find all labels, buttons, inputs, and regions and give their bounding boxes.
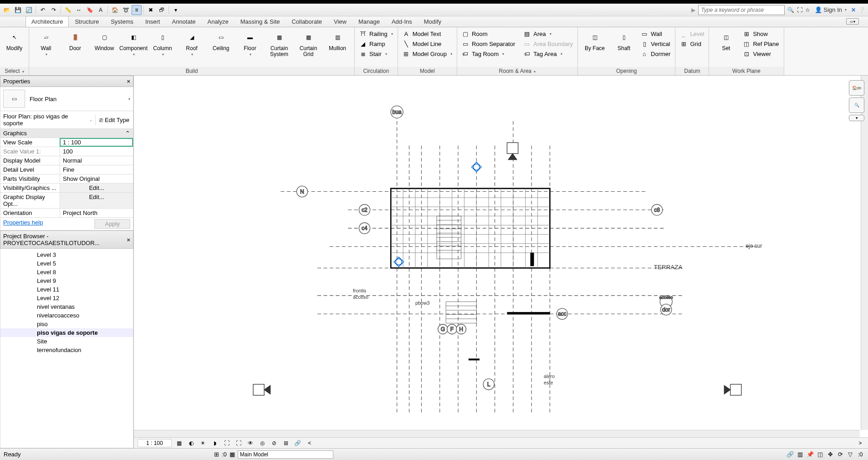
crop-visible-icon[interactable]: ⛶ xyxy=(235,440,243,447)
ceiling-button[interactable]: ▭Ceiling xyxy=(207,29,235,52)
favorite-icon[interactable]: ☆ xyxy=(805,7,810,13)
sunpath-icon[interactable]: ☀ xyxy=(199,440,207,447)
modelline-button[interactable]: ╲Model Line xyxy=(401,39,454,48)
filter-icon[interactable]: ▽ xyxy=(846,450,854,459)
modeltext-button[interactable]: AModel Text xyxy=(401,29,454,38)
type-selector[interactable]: ▭ Floor Plan▾ xyxy=(0,87,133,111)
main-model-combo[interactable] xyxy=(238,450,333,459)
browser-item[interactable]: Level 5 xyxy=(0,259,133,268)
tab-massing[interactable]: Massing & Site xyxy=(235,16,286,27)
drawing-canvas[interactable]: bua N c2 c4 c8 acc acceso dor G F H L xyxy=(134,76,868,448)
close-icon[interactable]: × xyxy=(127,236,130,243)
vertical-button[interactable]: ▯Vertical xyxy=(639,39,672,48)
text-icon[interactable]: A xyxy=(96,5,106,15)
property-value[interactable]: 1 : 100 xyxy=(60,138,133,147)
tab-annotate[interactable]: Annotate xyxy=(166,16,201,27)
sync-icon[interactable]: 🔄 xyxy=(24,5,34,15)
signin-button[interactable]: 👤 Sign In ▾ xyxy=(813,6,848,13)
edit-button[interactable]: Edit... xyxy=(60,193,133,208)
property-row[interactable]: Scale Value 1:100 xyxy=(0,147,133,156)
edit-button[interactable]: Edit... xyxy=(60,184,133,192)
tab-addins[interactable]: Add-Ins xyxy=(386,16,418,27)
property-row[interactable]: Detail LevelFine xyxy=(0,165,133,174)
tagroom-button[interactable]: 🏷Tag Room▾ xyxy=(460,49,517,58)
search-icon[interactable]: 🔍 xyxy=(787,7,794,13)
roof-button[interactable]: ◢Roof▾ xyxy=(178,29,206,57)
set-button[interactable]: ◫Set xyxy=(712,29,740,52)
graphics-group-header[interactable]: Graphics⌃ xyxy=(0,129,133,138)
nav-more-icon[interactable]: ▾ xyxy=(849,115,864,121)
door-button[interactable]: 🚪Door xyxy=(61,29,89,52)
browser-item[interactable]: terrenofundacion xyxy=(0,346,133,354)
browser-item[interactable]: nivel ventanas xyxy=(0,302,133,311)
instance-combo[interactable]: Floor Plan: piso vigas de soporte⌄ xyxy=(0,111,95,128)
dormer-button[interactable]: ⌂Dormer xyxy=(639,49,672,58)
exchange-icon[interactable]: ✕ xyxy=(851,7,856,13)
window-button[interactable]: ▢Window xyxy=(90,29,118,52)
detail-level-icon[interactable]: ▦ xyxy=(175,440,184,447)
shaft-button[interactable]: ▯Shaft xyxy=(610,29,638,52)
curtainsystem-button[interactable]: ▦Curtain System xyxy=(265,29,293,58)
worksets-icon[interactable]: ⊞ xyxy=(214,451,219,458)
view-scale[interactable]: 1 : 100 xyxy=(138,439,172,447)
help-icon[interactable]: ❔ xyxy=(858,7,865,13)
viewcube-icon[interactable]: 🏠2D xyxy=(849,80,864,96)
unhide-icon[interactable]: 👁 xyxy=(246,440,255,447)
section-icon[interactable]: ➰ xyxy=(121,5,131,15)
tagarea-button[interactable]: 🏷Tag Area▾ xyxy=(521,49,575,58)
visual-style-icon[interactable]: ◐ xyxy=(187,440,195,447)
property-row[interactable]: OrientationProject North xyxy=(0,209,133,218)
area-button[interactable]: ▧Area▾ xyxy=(521,29,575,38)
viewer-button[interactable]: ⊡Viewer xyxy=(741,49,781,58)
tab-collaborate[interactable]: Collaborate xyxy=(286,16,328,27)
redo-icon[interactable]: ↷ xyxy=(49,5,59,15)
property-value[interactable]: Normal xyxy=(60,156,133,165)
component-button[interactable]: ◧Component▾ xyxy=(119,29,148,57)
nav-wheel-icon[interactable]: 🔍 xyxy=(849,97,864,113)
save-icon[interactable]: 💾 xyxy=(13,5,23,15)
shadows-icon[interactable]: ◗ xyxy=(211,440,219,447)
browser-item[interactable]: Level 12 xyxy=(0,294,133,302)
browser-item[interactable]: nivelarcoacceso xyxy=(0,311,133,320)
stair-button[interactable]: ≣Stair▾ xyxy=(357,49,395,58)
ribbon-toggle[interactable]: ▭▾ xyxy=(846,18,859,25)
tab-insert[interactable]: Insert xyxy=(139,16,166,27)
grid-button[interactable]: ⊞Grid xyxy=(678,39,706,48)
tag-icon[interactable]: 🔖 xyxy=(85,5,95,15)
show-button[interactable]: ⊞Show xyxy=(741,29,781,38)
modelgroup-button[interactable]: ⊞Model Group▾ xyxy=(401,49,454,58)
analytical-icon[interactable]: ⊞ xyxy=(282,440,290,447)
forward-icon[interactable]: > xyxy=(856,440,864,447)
panel-roomarea-title[interactable]: Room & Area ▾ xyxy=(457,67,577,75)
close-icon[interactable]: × xyxy=(127,78,130,85)
wallopen-button[interactable]: ▭Wall xyxy=(639,29,672,38)
temp-hide-icon[interactable]: ◎ xyxy=(258,440,266,447)
select-underlay-icon[interactable]: ▥ xyxy=(796,450,804,459)
dimension-icon[interactable]: ↔ xyxy=(74,5,84,15)
undo-icon[interactable]: ↶ xyxy=(38,5,48,15)
constraints-icon[interactable]: 🔗 xyxy=(294,440,302,447)
reveal-icon[interactable]: ⊘ xyxy=(270,440,278,447)
browser-item[interactable]: Level 9 xyxy=(0,276,133,285)
roomsep-button[interactable]: ▭Room Separator xyxy=(460,39,517,48)
tab-manage[interactable]: Manage xyxy=(352,16,386,27)
properties-help-link[interactable]: Properties help xyxy=(3,219,43,229)
customize-qat-icon[interactable]: ▾ xyxy=(171,5,181,15)
search-go-icon[interactable]: ▶ xyxy=(691,7,695,13)
property-value[interactable]: Project North xyxy=(60,209,133,217)
measure-icon[interactable]: 📏 xyxy=(63,5,73,15)
drag-icon[interactable]: ✥ xyxy=(826,450,834,459)
project-browser-tree[interactable]: Level 3Level 5Level 8Level 9Level 11Leve… xyxy=(0,249,133,448)
browser-item[interactable]: Level 11 xyxy=(0,285,133,294)
tab-analyze[interactable]: Analyze xyxy=(202,16,235,27)
edit-type-button[interactable]: ⎚Edit Type xyxy=(95,115,133,125)
browser-item[interactable]: Level 3 xyxy=(0,250,133,259)
property-row[interactable]: Parts VisibilityShow Original xyxy=(0,174,133,184)
property-row[interactable]: Visibility/Graphics ...Edit... xyxy=(0,184,133,193)
tab-structure[interactable]: Structure xyxy=(69,16,105,27)
browser-item[interactable]: Level 8 xyxy=(0,268,133,276)
thinlines-icon[interactable]: ≡ xyxy=(132,5,142,15)
property-row[interactable]: Display ModelNormal xyxy=(0,156,133,165)
property-value[interactable]: Show Original xyxy=(60,174,133,183)
comm-icon[interactable]: ⛶ xyxy=(797,7,802,13)
